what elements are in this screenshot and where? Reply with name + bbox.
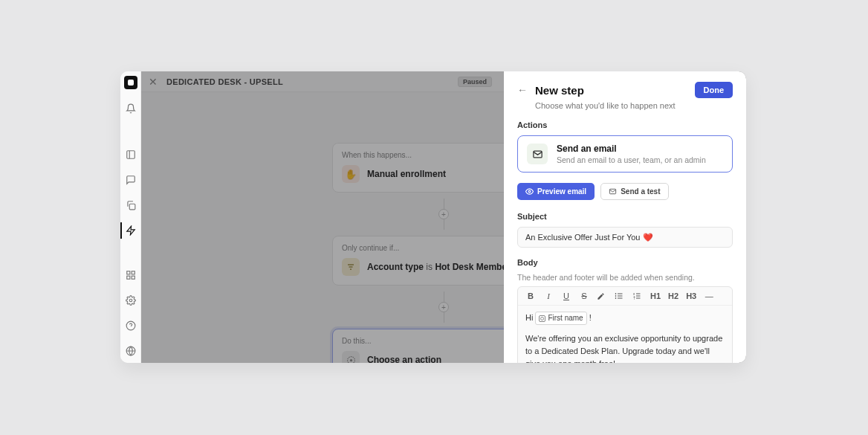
greeting-suffix: ! bbox=[587, 313, 592, 322]
svg-point-24 bbox=[615, 296, 616, 297]
toolbar-h3[interactable]: H3 bbox=[686, 291, 696, 300]
editor-body[interactable]: Hi First name ! We're offering you an ex… bbox=[518, 306, 732, 363]
toolbar-bold[interactable]: B bbox=[525, 291, 536, 300]
toolbar-h1[interactable]: H1 bbox=[650, 291, 661, 300]
body-help: The header and footer will be added when… bbox=[517, 273, 733, 282]
mail-icon bbox=[527, 144, 548, 164]
action-send-email[interactable]: Send an email Send an email to a user, t… bbox=[517, 135, 733, 173]
svg-point-23 bbox=[615, 294, 616, 294]
bolt-icon[interactable] bbox=[125, 225, 137, 236]
send-test-button[interactable]: Send a test bbox=[600, 183, 668, 200]
globe-icon[interactable] bbox=[125, 345, 137, 357]
actions-section-label: Actions bbox=[517, 120, 733, 129]
main-area: ✕ DEDICATED DESK - UPSELL Paused When th… bbox=[141, 71, 746, 363]
toolbar-bullet-list-icon[interactable] bbox=[615, 291, 625, 300]
toolbar-pencil-icon[interactable] bbox=[597, 292, 607, 300]
bell-icon[interactable] bbox=[125, 103, 137, 115]
merge-token-first-name[interactable]: First name bbox=[535, 312, 586, 325]
toolbar-divider-icon[interactable]: — bbox=[704, 291, 714, 300]
app-window: ✕ DEDICATED DESK - UPSELL Paused When th… bbox=[120, 71, 746, 363]
svg-rect-6 bbox=[132, 276, 135, 279]
chat-icon[interactable] bbox=[125, 174, 137, 186]
toolbar-italic[interactable]: I bbox=[543, 291, 554, 300]
sidebar bbox=[120, 71, 141, 363]
body-paragraph: We're offering you an exclusive opportun… bbox=[525, 332, 725, 363]
action-card-title: Send an email bbox=[557, 144, 706, 154]
subject-input[interactable] bbox=[517, 227, 733, 248]
svg-point-25 bbox=[615, 298, 616, 299]
svg-point-8 bbox=[129, 299, 132, 302]
subject-label: Subject bbox=[517, 212, 733, 221]
svg-point-18 bbox=[528, 190, 531, 193]
toolbar-strike[interactable]: S bbox=[579, 291, 589, 300]
svg-rect-5 bbox=[132, 271, 135, 274]
layout-icon[interactable] bbox=[125, 149, 137, 161]
svg-rect-2 bbox=[129, 204, 135, 210]
svg-marker-3 bbox=[126, 226, 135, 235]
copy-icon[interactable] bbox=[125, 199, 137, 211]
toolbar-numbered-list-icon[interactable] bbox=[632, 291, 643, 300]
gear-icon[interactable] bbox=[125, 294, 137, 306]
help-icon[interactable] bbox=[125, 320, 137, 332]
done-button[interactable]: Done bbox=[695, 82, 733, 98]
back-icon[interactable]: ← bbox=[517, 84, 528, 96]
body-editor: B I U S H1 H2 H3 — bbox=[517, 286, 733, 363]
toolbar-underline[interactable]: U bbox=[561, 291, 571, 300]
app-logo[interactable] bbox=[124, 76, 137, 89]
greeting-prefix: Hi bbox=[525, 313, 535, 322]
grid-icon[interactable] bbox=[125, 269, 137, 281]
action-card-desc: Send an email to a user, team, or an adm… bbox=[557, 155, 706, 164]
body-label: Body bbox=[517, 258, 733, 267]
editor-toolbar: B I U S H1 H2 H3 — bbox=[518, 287, 732, 306]
panel-subtitle: Choose what you'd like to happen next bbox=[535, 101, 733, 110]
svg-rect-4 bbox=[126, 271, 129, 274]
preview-email-button[interactable]: Preview email bbox=[517, 183, 595, 200]
token-icon bbox=[539, 315, 545, 322]
side-panel: ← New step Done Choose what you'd like t… bbox=[504, 71, 746, 363]
toolbar-h2[interactable]: H2 bbox=[668, 291, 678, 300]
svg-rect-0 bbox=[126, 151, 135, 159]
svg-rect-7 bbox=[126, 276, 129, 279]
panel-title: New step bbox=[535, 84, 584, 97]
